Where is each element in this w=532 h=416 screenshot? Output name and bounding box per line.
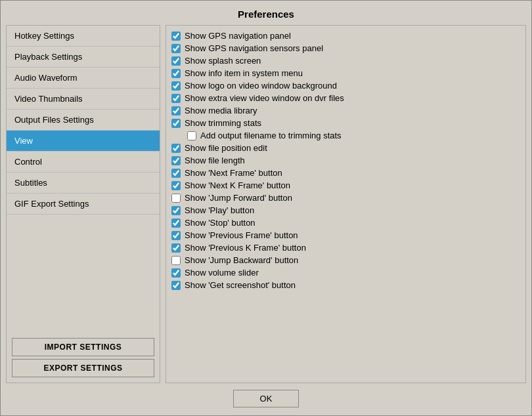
checkbox-add-output-filename[interactable]: [187, 131, 196, 140]
setting-row-show-trimming-stats: Show trimming stats: [171, 117, 520, 129]
sidebar-items: Hotkey SettingsPlayback SettingsAudio Wa…: [7, 26, 160, 333]
setting-row-show-extra-view: Show extra view video window on dvr file…: [171, 92, 520, 104]
sidebar-item-view[interactable]: View: [7, 131, 160, 152]
sidebar-item-gif-export-settings[interactable]: GIF Export Settings: [7, 194, 160, 215]
label-show-stop-btn: Show 'Stop' button: [185, 218, 255, 228]
label-show-next-frame-btn: Show 'Next Frame' button: [185, 168, 282, 178]
checkbox-show-prev-k-frame-btn[interactable]: [171, 243, 181, 253]
checkbox-show-info-item[interactable]: [171, 69, 181, 78]
setting-row-show-logo-video: Show logo on video window background: [171, 79, 520, 92]
settings-scroll-area[interactable]: Show GPS navigation panelShow GPS naviga…: [166, 25, 526, 383]
import-settings-button[interactable]: IMPORT SETTINGS: [12, 338, 154, 356]
setting-row-show-prev-k-frame-btn: Show 'Previous K Frame' button: [171, 241, 520, 254]
setting-row-show-gps-nav-sensors: Show GPS navigation sensors panel: [171, 42, 520, 54]
label-show-prev-k-frame-btn: Show 'Previous K Frame' button: [185, 243, 306, 253]
setting-row-show-next-frame-btn: Show 'Next Frame' button: [171, 167, 520, 179]
checkbox-show-prev-frame-btn[interactable]: [171, 231, 181, 240]
checkbox-show-gps-nav-panel[interactable]: [171, 31, 181, 41]
label-show-info-item: Show info item in system menu: [185, 68, 303, 78]
setting-row-show-play-btn: Show 'Play' button: [171, 204, 520, 217]
label-show-logo-video: Show logo on video window background: [185, 81, 337, 91]
checkbox-show-trimming-stats[interactable]: [171, 119, 181, 128]
checkbox-show-next-k-frame-btn[interactable]: [171, 181, 181, 190]
sidebar-item-hotkey-settings[interactable]: Hotkey Settings: [7, 26, 160, 47]
setting-row-show-splash-screen: Show splash screen: [171, 54, 520, 67]
preferences-dialog: Preferences Hotkey SettingsPlayback Sett…: [0, 0, 532, 416]
footer: OK: [1, 383, 531, 415]
checkbox-show-volume-slider[interactable]: [171, 268, 181, 278]
checkbox-show-jump-forward-btn[interactable]: [171, 194, 181, 203]
export-settings-button[interactable]: EXPORT SETTINGS: [12, 359, 154, 377]
checkbox-show-logo-video[interactable]: [171, 81, 181, 91]
label-show-play-btn: Show 'Play' button: [185, 205, 254, 215]
checkbox-show-file-position-edit[interactable]: [171, 144, 181, 153]
setting-row-show-file-length: Show file length: [171, 154, 520, 167]
setting-row-show-jump-backward-btn: Show 'Jump Backward' button: [171, 254, 520, 266]
label-show-splash-screen: Show splash screen: [185, 56, 261, 66]
setting-row-show-prev-frame-btn: Show 'Previous Frame' button: [171, 229, 520, 241]
label-show-gps-nav-sensors: Show GPS navigation sensors panel: [185, 43, 323, 53]
checkbox-show-splash-screen[interactable]: [171, 56, 181, 66]
setting-row-show-media-library: Show media library: [171, 104, 520, 117]
sidebar: Hotkey SettingsPlayback SettingsAudio Wa…: [6, 25, 160, 383]
label-show-jump-forward-btn: Show 'Jump Forward' button: [185, 193, 292, 203]
checkbox-show-extra-view[interactable]: [171, 94, 181, 103]
label-show-prev-frame-btn: Show 'Previous Frame' button: [185, 230, 298, 240]
label-show-file-position-edit: Show file position edit: [185, 143, 267, 153]
label-show-jump-backward-btn: Show 'Jump Backward' button: [185, 255, 298, 265]
checkbox-show-play-btn[interactable]: [171, 206, 181, 215]
setting-row-add-output-filename: Add output filename to trimming stats: [171, 129, 520, 142]
checkbox-show-stop-btn[interactable]: [171, 218, 181, 228]
setting-row-show-stop-btn: Show 'Stop' button: [171, 217, 520, 229]
sidebar-item-video-thumbnails[interactable]: Video Thumbnails: [7, 89, 160, 110]
checkbox-show-file-length[interactable]: [171, 156, 181, 165]
label-show-media-library: Show media library: [185, 106, 257, 115]
checkbox-show-get-screenshot-btn[interactable]: [171, 281, 181, 290]
sidebar-buttons: IMPORT SETTINGS EXPORT SETTINGS: [7, 333, 160, 383]
checkbox-show-gps-nav-sensors[interactable]: [171, 44, 181, 53]
sidebar-item-audio-waveform[interactable]: Audio Waveform: [7, 68, 160, 89]
label-show-extra-view: Show extra view video window on dvr file…: [185, 93, 344, 103]
setting-row-show-file-position-edit: Show file position edit: [171, 142, 520, 154]
label-show-gps-nav-panel: Show GPS navigation panel: [185, 31, 291, 41]
label-show-get-screenshot-btn: Show 'Get screenshot' button: [185, 280, 296, 290]
setting-row-show-get-screenshot-btn: Show 'Get screenshot' button: [171, 279, 520, 291]
sidebar-item-output-files-settings[interactable]: Output Files Settings: [7, 110, 160, 131]
label-show-trimming-stats: Show trimming stats: [185, 118, 261, 128]
label-add-output-filename: Add output filename to trimming stats: [200, 131, 342, 140]
sidebar-item-control[interactable]: Control: [7, 152, 160, 173]
label-show-volume-slider: Show volume slider: [185, 268, 259, 278]
setting-row-show-next-k-frame-btn: Show 'Next K Frame' button: [171, 179, 520, 192]
checkbox-show-media-library[interactable]: [171, 106, 181, 115]
setting-row-show-volume-slider: Show volume slider: [171, 266, 520, 279]
sidebar-item-playback-settings[interactable]: Playback Settings: [7, 47, 160, 68]
ok-button[interactable]: OK: [233, 390, 299, 407]
label-show-file-length: Show file length: [185, 156, 245, 165]
label-show-next-k-frame-btn: Show 'Next K Frame' button: [185, 180, 290, 190]
main-panel: Show GPS navigation panelShow GPS naviga…: [160, 25, 526, 383]
content-area: Hotkey SettingsPlayback SettingsAudio Wa…: [1, 25, 531, 383]
dialog-title: Preferences: [1, 1, 531, 25]
setting-row-show-gps-nav-panel: Show GPS navigation panel: [171, 30, 520, 42]
setting-row-show-info-item: Show info item in system menu: [171, 67, 520, 79]
sidebar-item-subtitles[interactable]: Subtitles: [7, 173, 160, 194]
setting-row-show-jump-forward-btn: Show 'Jump Forward' button: [171, 192, 520, 204]
checkbox-show-next-frame-btn[interactable]: [171, 169, 181, 178]
checkbox-show-jump-backward-btn[interactable]: [171, 256, 181, 265]
